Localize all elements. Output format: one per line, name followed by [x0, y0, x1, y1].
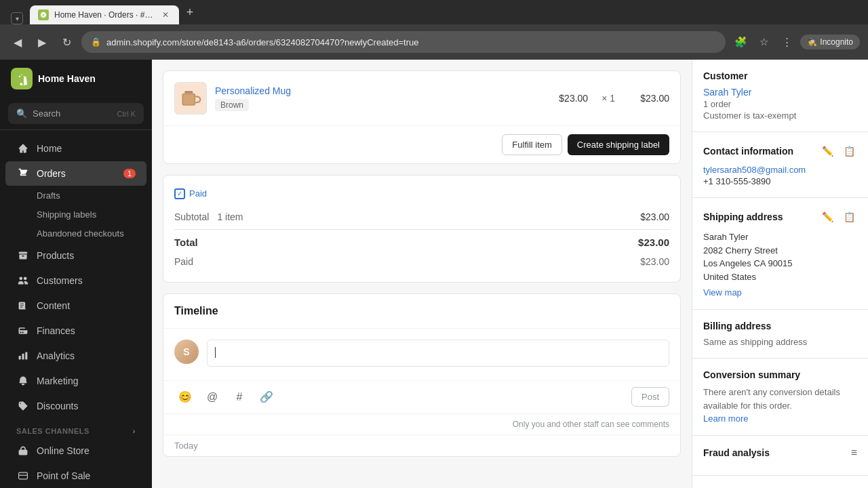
store-name: Home Haven [38, 73, 96, 84]
timeline-header: Timeline [163, 294, 680, 329]
copy-contact-btn[interactable]: 📋 [841, 143, 857, 159]
svg-rect-3 [183, 95, 194, 104]
learn-more-link[interactable]: Learn more [703, 413, 748, 424]
customer-order-count: 1 order [703, 99, 857, 109]
total-label: Total [174, 237, 198, 248]
billing-same: Same as shipping address [703, 337, 857, 347]
lock-icon: 🔒 [91, 37, 101, 47]
discounts-icon [16, 399, 30, 413]
payment-section: ✓ Paid Subtotal 1 item $23.00 Total $23.… [163, 175, 681, 283]
conversion-title: Conversion summary [703, 369, 857, 380]
product-name[interactable]: Personalized Mug [215, 85, 551, 96]
user-avatar: S [174, 340, 199, 364]
edit-contact-btn[interactable]: ✏️ [819, 143, 835, 159]
marketing-icon [16, 374, 30, 388]
emoji-btn[interactable]: 😊 [174, 386, 196, 408]
contact-section: Contact information ✏️ 📋 tylersarah508@g… [692, 132, 868, 198]
shipping-section: Shipping address ✏️ 📋 Sarah Tyler 2082 C… [692, 198, 868, 310]
sales-channels-label[interactable]: Sales channels › [0, 419, 152, 438]
mention-btn[interactable]: @ [201, 386, 223, 408]
new-tab-btn[interactable]: + [180, 3, 199, 22]
incognito-btn[interactable]: 🕵 Incognito [800, 35, 860, 49]
orders-badge: 1 [123, 169, 136, 178]
menu-btn[interactable]: ⋮ [777, 33, 796, 52]
url-text: admin.shopify.com/store/de8143-a6/orders… [106, 37, 418, 47]
sidebar-item-content[interactable]: Content [5, 293, 146, 318]
forward-btn[interactable]: ▶ [33, 33, 52, 52]
finances-icon [16, 324, 30, 338]
timeline-date: Today [163, 434, 680, 456]
post-btn[interactable]: Post [631, 387, 669, 407]
content-area: Personalized Mug Brown $23.00 × 1 $23.00… [152, 60, 692, 488]
paid-row: Paid $23.00 [174, 252, 669, 271]
shipping-actions: ✏️ 📋 [819, 209, 857, 225]
back-btn[interactable]: ◀ [8, 33, 27, 52]
main-content: Personalized Mug Brown $23.00 × 1 $23.00… [152, 60, 868, 488]
products-icon [16, 249, 30, 262]
extensions-btn[interactable]: 🧩 [731, 33, 750, 52]
conversion-section: Conversion summary There aren't any conv… [692, 359, 868, 436]
sidebar-item-drafts[interactable]: Drafts [5, 186, 146, 205]
subtotal-row: Subtotal 1 item $23.00 [174, 207, 669, 226]
hashtag-btn[interactable]: # [229, 386, 250, 408]
sidebar-item-point-of-sale[interactable]: Point of Sale [5, 464, 146, 488]
pos-icon [16, 469, 30, 483]
sidebar-item-discounts[interactable]: Discounts [5, 394, 146, 418]
product-total: $23.00 [629, 93, 669, 104]
fraud-title: Fraud analysis ≡ [703, 447, 857, 459]
sidebar-item-analytics[interactable]: Analytics [5, 344, 146, 368]
view-map-link[interactable]: View map [703, 287, 742, 298]
online-store-icon [16, 444, 30, 458]
contact-actions: ✏️ 📋 [819, 143, 857, 159]
contact-email[interactable]: tylersarah508@gmail.com [703, 165, 857, 175]
sidebar-item-online-store[interactable]: Online Store [5, 439, 146, 463]
sidebar-item-abandoned-checkouts[interactable]: Abandoned checkouts [5, 224, 146, 243]
browser-tab-active[interactable]: Home Haven · Orders · #1001 ✕ [30, 5, 179, 24]
sidebar-item-home[interactable]: Home [5, 136, 146, 161]
sidebar-item-customers[interactable]: Customers [5, 268, 146, 293]
tab-close-btn[interactable]: ✕ [160, 9, 171, 20]
svg-rect-0 [19, 472, 28, 479]
paid-icon: ✓ [174, 188, 185, 199]
bookmark-btn[interactable]: ☆ [754, 33, 773, 52]
attach-btn[interactable]: 🔗 [256, 386, 277, 408]
sidebar-header: Home Haven [0, 60, 152, 98]
browser-tabs: ▾ Home Haven · Orders · #1001 ✕ + [0, 0, 868, 24]
sidebar-item-finances[interactable]: Finances [5, 319, 146, 343]
sidebar-item-marketing[interactable]: Marketing [5, 369, 146, 393]
copy-shipping-btn[interactable]: 📋 [841, 209, 857, 225]
browser-toolbar: ◀ ▶ ↻ 🔒 admin.shopify.com/store/de8143-a… [0, 24, 868, 60]
shopify-logo [11, 68, 33, 89]
svg-rect-4 [184, 91, 193, 94]
sidebar-item-orders[interactable]: Orders 1 [5, 161, 146, 186]
total-row: Total $23.00 [174, 229, 669, 252]
subtotal-amount: $23.00 [640, 211, 669, 222]
customer-name[interactable]: Sarah Tyler [703, 87, 857, 98]
address-bar[interactable]: 🔒 admin.shopify.com/store/de8143-a6/orde… [81, 31, 726, 53]
fulfill-item-button[interactable]: Fulfill item [502, 134, 562, 155]
paid-amount: $23.00 [640, 256, 669, 267]
total-amount: $23.00 [638, 237, 669, 248]
customer-tax-status: Customer is tax-exempt [703, 110, 857, 121]
comment-note: Only you and other staff can see comment… [163, 413, 680, 434]
billing-title: Billing address [703, 321, 857, 331]
right-panel: Customer Sarah Tyler 1 order Customer is… [692, 60, 868, 488]
billing-section: Billing address Same as shipping address [692, 310, 868, 359]
orders-icon [16, 167, 30, 180]
product-thumbnail [174, 82, 207, 115]
sidebar-item-shipping-labels[interactable]: Shipping labels [5, 205, 146, 224]
subtotal-label: Subtotal [174, 211, 209, 222]
content-icon [16, 299, 30, 312]
subtotal-qty: 1 item [209, 211, 640, 222]
tab-title: Home Haven · Orders · #1001 [54, 10, 155, 20]
product-quantity: × 1 [601, 93, 615, 104]
reload-btn[interactable]: ↻ [57, 33, 76, 52]
shipping-title: Shipping address ✏️ 📋 [703, 209, 857, 225]
fraud-section: Fraud analysis ≡ [692, 436, 868, 476]
product-variant: Brown [215, 99, 249, 111]
sidebar-item-products[interactable]: Products [5, 243, 146, 268]
edit-shipping-btn[interactable]: ✏️ [819, 209, 835, 225]
comment-input[interactable] [207, 340, 669, 367]
customer-section: Customer Sarah Tyler 1 order Customer is… [692, 60, 868, 132]
create-shipping-label-button[interactable]: Create shipping label [568, 134, 669, 155]
